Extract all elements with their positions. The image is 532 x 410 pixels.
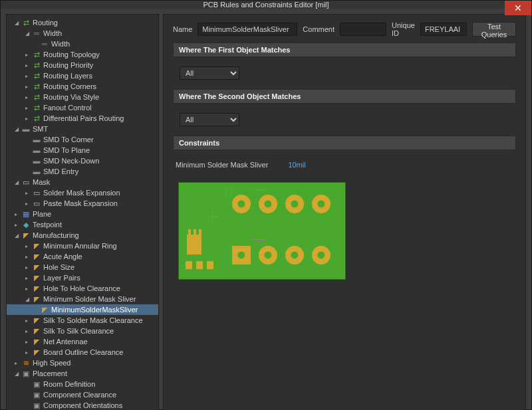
width-icon: ═ xyxy=(40,40,49,48)
pin-icon xyxy=(199,229,201,236)
mfg-icon: ◤ xyxy=(32,253,41,260)
rule-comment-input[interactable] xyxy=(340,23,386,36)
tree-smd-plane[interactable]: ▬SMD To Plane xyxy=(7,145,158,155)
tree-routing-via[interactable]: ▸⇄Routing Via Style xyxy=(7,92,158,102)
rule-name-input[interactable] xyxy=(198,23,297,36)
content-area: ◢⇄Routing ◢═Width ═Width ▸⇄Routing Topol… xyxy=(1,9,531,410)
tree-plane[interactable]: ▸▦Plane xyxy=(7,209,158,219)
second-scope-select[interactable]: All xyxy=(180,113,239,126)
tree-fanout[interactable]: ▸⇄Fanout Control xyxy=(7,102,158,113)
tree-label: Width xyxy=(43,29,62,37)
mask-icon: ▭ xyxy=(32,199,41,207)
tree-label: MinimumSolderMaskSliver xyxy=(51,306,138,314)
tree-label: Hole Size xyxy=(43,263,74,271)
pad-rect-icon xyxy=(186,261,192,269)
tree-routing-topology[interactable]: ▸⇄Routing Topology xyxy=(7,49,158,60)
tree-testpoint[interactable]: ▸◆Testpoint xyxy=(7,219,158,230)
tree-min-sliver[interactable]: ◢◤Minimum Solder Mask Sliver xyxy=(7,294,158,304)
dim-line-icon xyxy=(252,239,265,240)
tree-comp-orient[interactable]: ▣Component Orientations xyxy=(7,400,158,410)
tree-label: Layer Pairs xyxy=(43,274,80,282)
place-icon: ▣ xyxy=(32,401,41,409)
tree-acute-angle[interactable]: ▸◤Acute Angle xyxy=(7,251,158,262)
constraint-label: Minimum Solder Mask Sliver xyxy=(176,161,268,169)
mfg-icon: ◤ xyxy=(32,327,41,335)
tree-label: Paste Mask Expansion xyxy=(43,199,118,207)
tree-solder-mask-exp[interactable]: ▸▭Solder Mask Expansion xyxy=(7,187,158,198)
tree-label: Solder Mask Expansion xyxy=(43,189,120,197)
tree-mask[interactable]: ◢▭Mask xyxy=(7,177,158,187)
tree-net-antennae[interactable]: ▸◤Net Antennae xyxy=(7,336,158,347)
name-label: Name xyxy=(173,25,192,33)
tree-smd-entry[interactable]: ▬SMD Entry xyxy=(7,166,158,177)
tree-placement[interactable]: ◢▣Placement xyxy=(7,368,158,379)
routing-icon: ⇄ xyxy=(21,19,31,27)
tree-label: Routing Priority xyxy=(43,61,93,69)
tree-board-outline[interactable]: ▸◤Board Outline Clearance xyxy=(7,347,158,358)
pad-ring-icon xyxy=(232,195,251,213)
tree-label: SMD Entry xyxy=(43,167,78,175)
tree-routing-priority[interactable]: ▸⇄Routing Priority xyxy=(7,60,158,70)
first-scope-select[interactable]: All xyxy=(180,66,239,80)
mfg-icon: ◤ xyxy=(32,295,41,303)
tree-silk-silk[interactable]: ▸◤Silk To Silk Clearance xyxy=(7,326,158,336)
smt-icon: ▬ xyxy=(21,125,31,133)
place-icon: ▣ xyxy=(32,391,41,399)
tree-routing-corners[interactable]: ▸⇄Routing Corners xyxy=(7,81,158,92)
tree-label: SMD To Plane xyxy=(43,146,90,154)
width-icon: ═ xyxy=(32,29,41,37)
tree-width-cat[interactable]: ◢═Width xyxy=(7,28,158,39)
tree-label: Width xyxy=(51,40,70,48)
rule-uid-input[interactable] xyxy=(420,23,467,36)
close-button[interactable]: ✕ xyxy=(505,1,531,15)
corners-icon: ⇄ xyxy=(32,82,41,90)
tree-hole-to-hole[interactable]: ▸◤Hole To Hole Clearance xyxy=(7,283,158,294)
rule-editor-panel: Name Comment Unique ID Test Queries Wher… xyxy=(163,14,526,410)
comment-label: Comment xyxy=(303,25,334,33)
tree-paste-mask-exp[interactable]: ▸▭Paste Mask Expansion xyxy=(7,198,158,209)
pad-ring-icon xyxy=(312,246,331,264)
tree-label: Routing Corners xyxy=(43,82,96,90)
test-queries-button[interactable]: Test Queries xyxy=(472,22,516,37)
mfg-icon: ◤ xyxy=(32,284,41,292)
tree-room-def[interactable]: ▣Room Definition xyxy=(7,379,158,389)
window-title: PCB Rules and Constraints Editor [mil] xyxy=(203,1,329,9)
pcb-preview xyxy=(176,179,348,282)
tree-silk-solder[interactable]: ▸◤Silk To Solder Mask Clearance xyxy=(7,315,158,326)
tree-routing-layers[interactable]: ▸⇄Routing Layers xyxy=(7,70,158,81)
tree-high-speed[interactable]: ▸≋High Speed xyxy=(7,358,158,368)
pad-square-icon xyxy=(232,246,251,264)
tree-diff-pairs[interactable]: ▸⇄Differential Pairs Routing xyxy=(7,113,158,124)
constraint-value[interactable]: 10mil xyxy=(288,161,305,169)
rules-tree[interactable]: ◢⇄Routing ◢═Width ═Width ▸⇄Routing Topol… xyxy=(6,14,159,410)
tree-label: Placement xyxy=(33,369,67,377)
tree-label: SMD Neck-Down xyxy=(43,157,99,165)
tree-label: Hole To Hole Clearance xyxy=(43,284,120,292)
tree-min-sliver-rule[interactable]: ◤MinimumSolderMaskSliver xyxy=(7,304,158,315)
mfg-icon: ◤ xyxy=(32,242,41,250)
tree-min-annular[interactable]: ▸◤Minimum Annular Ring xyxy=(7,241,158,251)
mfg-icon: ◤ xyxy=(32,316,41,324)
tree-smd-corner[interactable]: ▬SMD To Corner xyxy=(7,134,158,145)
topology-icon: ⇄ xyxy=(32,51,41,58)
tree-label: Room Definition xyxy=(43,380,95,388)
component-body-icon xyxy=(187,235,201,255)
smd-icon: ▬ xyxy=(32,157,41,165)
tree-label: SMT xyxy=(33,125,48,133)
tree-label: Net Antennae xyxy=(43,338,88,346)
layers-icon: ⇄ xyxy=(32,72,41,80)
tree-routing[interactable]: ◢⇄Routing xyxy=(7,17,158,28)
tree-layer-pairs[interactable]: ▸◤Layer Pairs xyxy=(7,272,158,283)
tree-hole-size[interactable]: ▸◤Hole Size xyxy=(7,262,158,272)
tree-comp-clear[interactable]: ▣Component Clearance xyxy=(7,389,158,400)
mask-icon: ▭ xyxy=(21,178,31,186)
tree-width-rule[interactable]: ═Width xyxy=(7,39,158,49)
tree-label: Board Outline Clearance xyxy=(43,348,123,356)
tree-manufacturing[interactable]: ◢◤Manufacturing xyxy=(7,230,158,241)
tree-smt[interactable]: ◢▬SMT xyxy=(7,124,158,134)
tree-smd-neck[interactable]: ▬SMD Neck-Down xyxy=(7,155,158,166)
smd-icon: ▬ xyxy=(32,136,41,144)
tree-label: Fanout Control xyxy=(43,104,92,112)
pin-icon xyxy=(194,229,196,236)
pin-icon xyxy=(188,229,191,236)
